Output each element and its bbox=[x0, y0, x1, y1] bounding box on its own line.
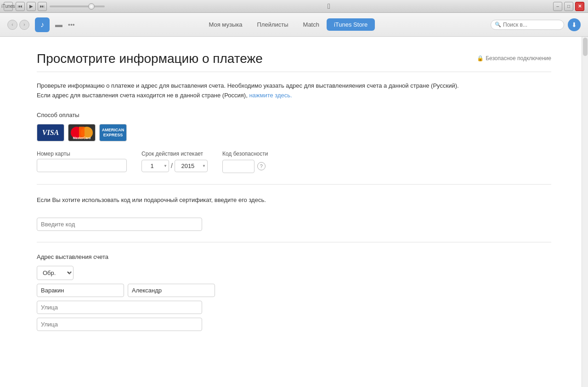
nav-arrows: ‹ › bbox=[7, 20, 29, 30]
slider-track bbox=[50, 6, 105, 7]
volume-slider[interactable] bbox=[50, 6, 105, 7]
toolbar: ‹ › ♪ ▬ ••• Моя музыка Плейлисты Match i… bbox=[0, 13, 588, 37]
rewind-button[interactable]: ⏮ bbox=[16, 2, 25, 11]
first-name-input[interactable] bbox=[128, 284, 215, 297]
page-header: Просмотрите информацию о платеже 🔒 Безоп… bbox=[37, 51, 551, 72]
expiry-month-wrapper: 1234 5678 9101112 bbox=[141, 160, 169, 172]
street1-row bbox=[37, 301, 551, 314]
security-code-input[interactable] bbox=[222, 160, 254, 173]
title-bar-left: iTunes ⏮ ▶ ⏭ bbox=[4, 2, 105, 11]
expiry-year-select[interactable]: 201520162017201820192020 bbox=[175, 160, 208, 172]
street1-input[interactable] bbox=[37, 301, 202, 314]
help-icon[interactable]: ? bbox=[257, 162, 266, 170]
window-menu-button[interactable]: iTunes bbox=[4, 2, 13, 11]
expiry-label: Срок действия истекает bbox=[141, 151, 208, 157]
search-icon: 🔍 bbox=[495, 22, 501, 28]
name-row bbox=[37, 284, 551, 297]
forward-nav-button[interactable]: › bbox=[19, 20, 29, 30]
gift-section: Если Вы хотите использовать код или пода… bbox=[37, 196, 551, 231]
tab-my-music[interactable]: Моя музыка bbox=[202, 18, 250, 31]
billing-section: Адрес выставления счета Обр. Г-н Г-жа bbox=[37, 253, 551, 331]
expiry-year-wrapper: 201520162017201820192020 bbox=[175, 160, 208, 172]
salutation-wrapper: Обр. Г-н Г-жа bbox=[37, 266, 74, 280]
gift-description: Если Вы хотите использовать код или пода… bbox=[37, 196, 551, 205]
download-button[interactable]: ⬇ bbox=[568, 18, 581, 31]
card-number-label: Номер карты bbox=[37, 151, 127, 157]
expiry-separator: / bbox=[171, 162, 173, 169]
main-content: Просмотрите информацию о платеже 🔒 Безоп… bbox=[0, 37, 588, 387]
card-form-row: Номер карты Срок действия истекает 1234 … bbox=[37, 151, 551, 173]
video-icon-button[interactable]: ▬ bbox=[51, 17, 66, 32]
search-area: 🔍 ⬇ bbox=[491, 18, 581, 31]
back-button[interactable]: ‹ bbox=[7, 20, 17, 30]
card-number-input[interactable] bbox=[37, 159, 127, 172]
tab-playlists[interactable]: Плейлисты bbox=[249, 18, 295, 31]
salutation-row: Обр. Г-н Г-жа bbox=[37, 266, 551, 280]
apple-logo:  bbox=[328, 2, 330, 11]
playback-controls: ⏮ ▶ ⏭ bbox=[16, 2, 47, 11]
close-button[interactable]: ✕ bbox=[575, 2, 584, 11]
slider-thumb[interactable] bbox=[88, 3, 95, 10]
search-input[interactable] bbox=[503, 22, 558, 28]
secure-label: Безопасное подключение bbox=[486, 55, 551, 62]
description-line2: Если адрес для выставления счета находит… bbox=[37, 92, 248, 99]
amex-logo: AMERICANEXPRESS bbox=[102, 128, 124, 138]
minimize-button[interactable]: – bbox=[553, 2, 562, 11]
search-box: 🔍 bbox=[491, 20, 564, 30]
billing-section-label: Адрес выставления счета bbox=[37, 253, 551, 260]
click-here-link[interactable]: нажмите здесь. bbox=[249, 92, 292, 99]
description-text: Проверьте информацию о платеже и адрес д… bbox=[37, 81, 551, 101]
nav-tabs: Моя музыка Плейлисты Match iTunes Store bbox=[86, 18, 491, 31]
payment-cards: VISA MasterCard AMERICANEXPRESS bbox=[37, 124, 551, 141]
expiry-group: Срок действия истекает 1234 5678 9101112… bbox=[141, 151, 208, 172]
mastercard-logo: MasterCard bbox=[68, 136, 95, 140]
expiry-month-select[interactable]: 1234 5678 9101112 bbox=[141, 160, 169, 172]
visa-card-button[interactable]: VISA bbox=[37, 124, 64, 141]
gift-code-input[interactable] bbox=[37, 218, 202, 231]
street2-input[interactable] bbox=[37, 318, 202, 331]
divider-2 bbox=[37, 242, 551, 242]
secure-badge: 🔒 Безопасное подключение bbox=[477, 55, 551, 62]
scrollbar[interactable] bbox=[582, 37, 588, 387]
tab-match[interactable]: Match bbox=[296, 18, 327, 31]
scrollbar-thumb[interactable] bbox=[583, 38, 588, 56]
last-name-input[interactable] bbox=[37, 284, 124, 297]
amex-card-button[interactable]: AMERICANEXPRESS bbox=[99, 124, 127, 141]
mastercard-button[interactable]: MasterCard bbox=[68, 124, 96, 141]
more-options-button[interactable]: ••• bbox=[68, 21, 75, 28]
salutation-select[interactable]: Обр. Г-н Г-жа bbox=[37, 266, 74, 280]
forward-button[interactable]: ⏭ bbox=[38, 2, 47, 11]
description-line1: Проверьте информацию о платеже и адрес д… bbox=[37, 82, 459, 89]
tab-itunes-store[interactable]: iTunes Store bbox=[327, 18, 375, 31]
visa-logo: VISA bbox=[42, 129, 59, 137]
payment-section: Способ оплаты VISA MasterCard AMERICANEX… bbox=[37, 112, 551, 173]
lock-icon: 🔒 bbox=[477, 55, 484, 62]
divider-1 bbox=[37, 184, 551, 185]
page-title: Просмотрите информацию о платеже bbox=[37, 51, 263, 66]
payment-section-label: Способ оплаты bbox=[37, 112, 551, 118]
card-number-group: Номер карты bbox=[37, 151, 127, 172]
street2-row bbox=[37, 318, 551, 331]
security-code-group: Код безопасности ? bbox=[222, 151, 268, 173]
music-icon-button[interactable]: ♪ bbox=[35, 17, 50, 32]
play-button[interactable]: ▶ bbox=[27, 2, 36, 11]
window-controls: – □ ✕ bbox=[553, 2, 584, 11]
maximize-button[interactable]: □ bbox=[564, 2, 573, 11]
title-bar: iTunes ⏮ ▶ ⏭  – □ ✕ bbox=[0, 0, 588, 13]
security-label: Код безопасности bbox=[222, 151, 268, 157]
